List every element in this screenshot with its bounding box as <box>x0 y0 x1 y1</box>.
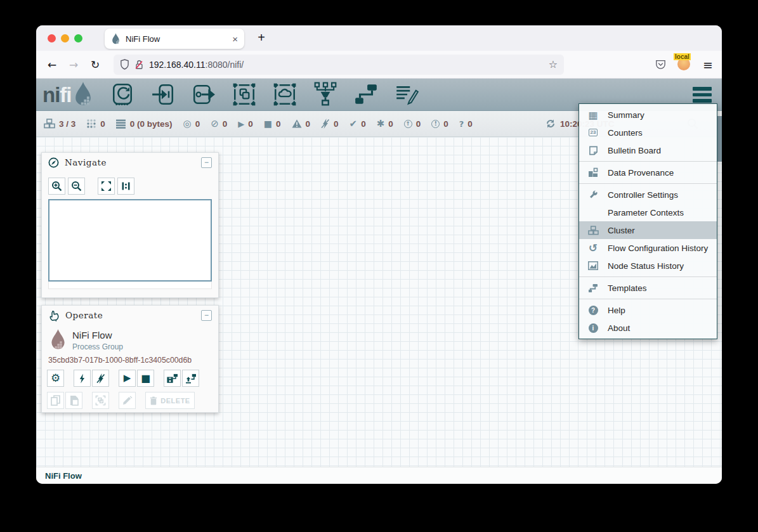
menu-item-help[interactable]: ? Help <box>579 301 717 319</box>
invalid-status: 0 <box>292 119 311 129</box>
menu-item-data-provenance[interactable]: Data Provenance <box>579 164 717 181</box>
node-status-history-icon <box>587 261 599 270</box>
menu-item-parameter-contexts[interactable]: Parameter Contexts <box>579 204 717 221</box>
process-group-component[interactable] <box>232 82 257 107</box>
selected-component: NiFi Flow Process Group <box>49 328 218 351</box>
breadcrumb-bar: NiFi Flow <box>36 467 722 484</box>
hand-pointer-icon <box>48 309 60 321</box>
zoom-out-button[interactable] <box>68 178 85 195</box>
up-to-date-icon: ✔ <box>350 119 358 129</box>
save-template-icon <box>167 373 178 384</box>
gear-icon: ⚙ <box>51 373 60 384</box>
zoom-fit-button[interactable] <box>98 178 115 195</box>
zoom-actual-size-button[interactable] <box>117 178 134 195</box>
template-component[interactable] <box>353 82 379 107</box>
reload-icon[interactable]: ↻ <box>84 58 106 71</box>
upload-template-button[interactable] <box>182 370 199 387</box>
running-count: 0 <box>248 119 253 129</box>
menu-item-node-status-history[interactable]: Node Status History <box>579 257 717 275</box>
insecure-lock-icon[interactable] <box>134 60 144 70</box>
menu-item-flow-configuration-history[interactable]: ↺ Flow Configuration History <box>579 239 717 257</box>
brush-icon <box>122 396 133 406</box>
menu-item-bulletin-board[interactable]: Bulletin Board <box>579 141 717 159</box>
browser-nav-bar: ← → ↻ 192.168.40.11:8080/nifi/ ☆ local ≡ <box>36 51 722 79</box>
color-button[interactable] <box>119 392 136 409</box>
forward-icon[interactable]: → <box>63 58 84 71</box>
navigate-buttons <box>48 178 212 195</box>
profile-avatar[interactable]: local <box>677 58 691 72</box>
menu-section-provenance: Data Provenance <box>579 162 717 183</box>
zoom-window-button[interactable] <box>74 34 82 42</box>
menu-section-help: ? Help i About <box>579 299 717 339</box>
stop-button[interactable]: ■ <box>137 370 154 387</box>
disabled-count: 0 <box>334 119 339 129</box>
close-window-button[interactable] <box>48 34 56 42</box>
stale-icon: ↑ <box>404 120 412 128</box>
copy-button[interactable] <box>47 392 64 409</box>
tab-nifi-flow[interactable]: NiFi Flow × <box>105 29 244 49</box>
url-path: :8080/nifi/ <box>206 60 244 70</box>
tab-close-icon[interactable]: × <box>232 34 238 44</box>
input-port-component[interactable] <box>150 82 176 107</box>
cluster-cubes-icon <box>587 226 599 235</box>
bulletin-board-icon <box>587 146 599 155</box>
birdseye-view[interactable] <box>48 199 212 282</box>
refresh-icon[interactable] <box>546 119 556 129</box>
bookmark-star-icon[interactable]: ☆ <box>549 58 558 70</box>
birdseye-scroll-strip[interactable] <box>48 282 212 289</box>
counters-icon: 23 <box>587 129 599 136</box>
locally-modified-count: 0 <box>388 119 393 129</box>
menu-item-cluster[interactable]: Cluster <box>579 221 717 239</box>
url-bar[interactable]: 192.168.40.11:8080/nifi/ ☆ <box>114 55 564 75</box>
menu-section-templates: Templates <box>579 277 717 299</box>
menu-item-about[interactable]: i About <box>579 319 717 337</box>
remote-process-group-component[interactable] <box>272 82 297 107</box>
firefox-menu-icon[interactable]: ≡ <box>703 58 713 72</box>
new-tab-button[interactable]: + <box>253 30 270 45</box>
stopped-status: ■ 0 <box>264 119 281 129</box>
url-text[interactable]: 192.168.40.11:8080/nifi/ <box>149 60 549 70</box>
copy-icon <box>51 395 61 406</box>
operate-title: Operate <box>65 310 195 320</box>
menu-item-counters[interactable]: 23 Counters <box>579 124 717 141</box>
queued-count: 0 (0 bytes) <box>130 119 173 129</box>
group-button[interactable] <box>92 392 109 409</box>
configure-button[interactable]: ⚙ <box>47 370 64 387</box>
paste-button[interactable] <box>65 392 82 409</box>
navigate-title: Navigate <box>65 157 195 167</box>
start-button[interactable]: ▶ <box>119 370 136 387</box>
right-edge-scrollbar[interactable] <box>717 116 722 162</box>
operate-buttons-row2: DELETE <box>47 392 218 409</box>
operate-header: Operate − <box>42 306 218 325</box>
operate-collapse-button[interactable]: − <box>201 310 212 321</box>
delete-button[interactable]: DELETE <box>145 392 195 409</box>
queued-status: 0 (0 bytes) <box>116 119 173 129</box>
shield-icon[interactable] <box>120 59 129 70</box>
funnel-component[interactable] <box>313 82 338 107</box>
enable-button[interactable] <box>74 370 91 387</box>
disabled-status: 0 <box>321 119 339 129</box>
back-icon[interactable]: ← <box>41 58 63 71</box>
output-port-component[interactable] <box>191 82 216 107</box>
disable-button[interactable] <box>92 370 109 387</box>
save-template-button[interactable] <box>164 370 181 387</box>
locally-modified-status: ✱ 0 <box>377 119 393 129</box>
menu-item-controller-settings[interactable]: Controller Settings <box>579 186 717 204</box>
menu-item-templates[interactable]: Templates <box>579 279 717 297</box>
menu-item-summary[interactable]: ▦ Summary <box>579 106 717 124</box>
pocket-icon[interactable] <box>655 60 666 69</box>
zoom-in-button[interactable] <box>48 178 65 195</box>
not-transmitting-status: ⊘ 0 <box>211 119 227 129</box>
logo-fi: fi <box>60 83 71 107</box>
processor-component[interactable] <box>110 82 135 107</box>
history-icon: ↺ <box>587 242 599 254</box>
queue-icon <box>116 119 126 129</box>
transmitting-icon: ◎ <box>183 119 192 129</box>
nifi-global-menu-button[interactable] <box>693 87 712 103</box>
upload-template-icon <box>185 373 197 384</box>
nifi-drop-logo <box>73 81 93 108</box>
label-component[interactable] <box>394 82 419 107</box>
navigate-collapse-button[interactable]: − <box>201 157 212 168</box>
minimize-window-button[interactable] <box>61 34 69 42</box>
breadcrumb-current[interactable]: NiFi Flow <box>45 471 82 481</box>
